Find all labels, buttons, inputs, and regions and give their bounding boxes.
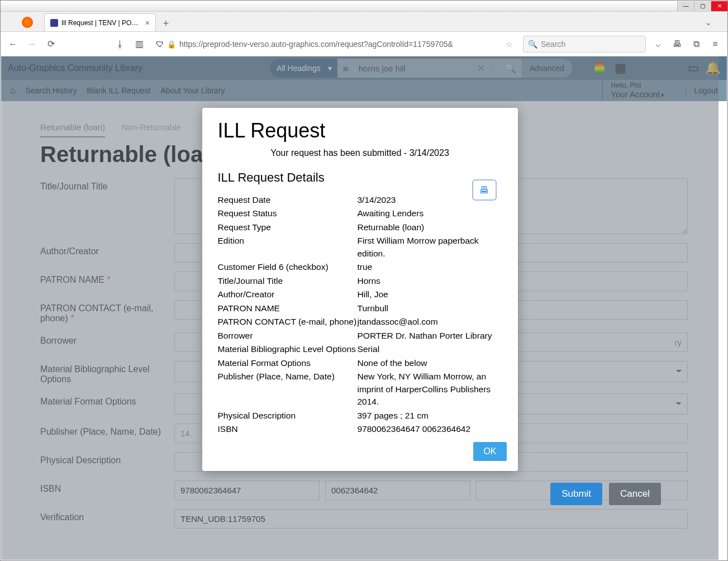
detail-value: New York, NY William Morrow, an imprint … (358, 370, 502, 408)
detail-label: Publisher (Place, Name, Date) (218, 370, 358, 408)
print-button[interactable]: 🖶 (472, 179, 497, 201)
detail-value: Horns (358, 275, 502, 287)
print-icon[interactable]: 🖶 (670, 37, 684, 51)
form-action-buttons: Submit Cancel (550, 483, 661, 505)
modal-title: ILL Request (218, 119, 502, 142)
submit-button[interactable]: Submit (550, 483, 602, 505)
pocket-icon[interactable]: ⌵ (651, 37, 665, 51)
detail-row: Request StatusAwaiting Lenders (218, 207, 502, 220)
detail-label: ISBN (218, 423, 358, 435)
detail-row: Title/Journal TitleHorns (218, 275, 502, 287)
pocket-save-icon[interactable]: ⭳ (113, 37, 127, 51)
detail-row: BorrowerPORTER Dr. Nathan Porter Library (218, 330, 502, 342)
detail-row: Material Format OptionsNone of the below (218, 357, 502, 369)
detail-value: 9780062364647 0062364642 (358, 423, 502, 435)
modal-submitted-text: Your request has been submitted - 3/14/2… (218, 148, 502, 158)
back-button[interactable]: ← (6, 37, 20, 51)
modal-overlay: ILL Request Your request has been submit… (1, 56, 719, 560)
printer-icon: 🖶 (479, 184, 489, 196)
detail-label: Customer Field 6 (checkbox) (218, 261, 358, 273)
extensions-icon[interactable]: ⧉ (689, 37, 703, 51)
modal-details-heading: ILL Request Details (218, 170, 502, 185)
menu-icon[interactable]: ≡ (708, 37, 722, 51)
search-placeholder: Search (541, 40, 565, 49)
window-maximize-button[interactable]: ▢ (694, 1, 711, 11)
detail-value: Turnbull (358, 302, 502, 315)
library-icon[interactable]: ▥ (132, 37, 146, 51)
detail-label: Material Format Options (218, 357, 358, 369)
reload-button[interactable]: ⟳ (44, 37, 58, 51)
detail-label: Request Type (218, 221, 358, 234)
ok-button[interactable]: OK (473, 442, 506, 461)
url-text: https://preprod-tenv-verso.auto-graphics… (179, 40, 502, 49)
detail-value: true (358, 261, 502, 273)
cancel-button[interactable]: Cancel (609, 483, 661, 505)
detail-row: Material Bibliographic Level OptionsSeri… (218, 343, 502, 355)
modal-body[interactable]: ILL Request Your request has been submit… (202, 108, 518, 435)
new-tab-button[interactable]: + (158, 16, 174, 31)
window-minimize-button[interactable]: — (677, 1, 694, 11)
detail-row: Request Date3/14/2023 (218, 194, 502, 206)
detail-label: Request Status (218, 207, 358, 220)
detail-value: Serial (358, 343, 502, 355)
bookmark-star-icon[interactable]: ☆ (506, 40, 513, 49)
detail-row: Publisher (Place, Name, Date)New York, N… (218, 370, 502, 408)
detail-value: Hill, Joe (358, 288, 502, 301)
detail-row: Request TypeReturnable (loan) (218, 221, 502, 234)
detail-value: None of the below (358, 357, 502, 369)
tabs-dropdown-icon[interactable]: ⌄ (705, 18, 712, 27)
detail-value: Awaiting Lenders (358, 207, 502, 220)
forward-button[interactable]: → (25, 37, 39, 51)
detail-label: PATRON CONTACT (e-mail, phone) (218, 316, 358, 328)
browser-window: — ▢ ✕ Ill Request | TENV | PORTER | Au ×… (0, 0, 728, 561)
detail-value: jtandassoc@aol.com (358, 316, 502, 328)
tab-title: Ill Request | TENV | PORTER | Au (61, 19, 142, 27)
browser-nav-row: ← → ⟳ ⭳ ▥ https://preprod-tenv-verso.aut… (1, 32, 727, 56)
detail-row: PATRON NAMETurnbull (218, 302, 502, 315)
detail-row: Customer Field 6 (checkbox)true (218, 261, 502, 273)
detail-row: PATRON CONTACT (e-mail, phone)jtandassoc… (218, 316, 502, 328)
detail-value: PORTER Dr. Nathan Porter Library (358, 330, 502, 342)
firefox-icon (22, 17, 33, 28)
browser-search-box[interactable]: 🔍 Search (523, 36, 646, 53)
detail-label: Borrower (218, 330, 358, 342)
detail-rows: Request Date3/14/2023Request StatusAwait… (218, 194, 502, 435)
lock-icon (167, 40, 176, 49)
detail-row: ISBN9780062364647 0062364642 (218, 423, 502, 435)
detail-label: Title/Journal Title (218, 275, 358, 287)
detail-row: Author/CreatorHill, Joe (218, 288, 502, 301)
detail-row: Physical Description397 pages ; 21 cm (218, 410, 502, 422)
tab-favicon (50, 19, 58, 27)
detail-label: Author/Creator (218, 288, 358, 301)
detail-value: First William Morrow paperback edition. (358, 235, 502, 260)
browser-tab[interactable]: Ill Request | TENV | PORTER | Au × (44, 13, 156, 31)
window-titlebar: — ▢ ✕ (1, 1, 727, 12)
tab-close-icon[interactable]: × (145, 18, 150, 27)
browser-tabs-row: Ill Request | TENV | PORTER | Au × + ⌄ (1, 12, 727, 32)
detail-label: PATRON NAME (218, 302, 358, 315)
modal-footer: OK (202, 435, 518, 471)
detail-label: Physical Description (218, 410, 358, 422)
detail-row: EditionFirst William Morrow paperback ed… (218, 235, 502, 260)
shield-icon (156, 40, 164, 49)
detail-label: Edition (218, 235, 358, 260)
ill-request-modal: ILL Request Your request has been submit… (202, 108, 518, 471)
detail-label: Request Date (218, 194, 358, 206)
detail-value: 397 pages ; 21 cm (358, 410, 502, 422)
search-icon: 🔍 (528, 40, 537, 49)
window-close-button[interactable]: ✕ (711, 1, 727, 11)
url-bar[interactable]: https://preprod-tenv-verso.auto-graphics… (151, 35, 517, 53)
detail-label: Material Bibliographic Level Options (218, 343, 358, 355)
detail-value: Returnable (loan) (358, 221, 502, 234)
